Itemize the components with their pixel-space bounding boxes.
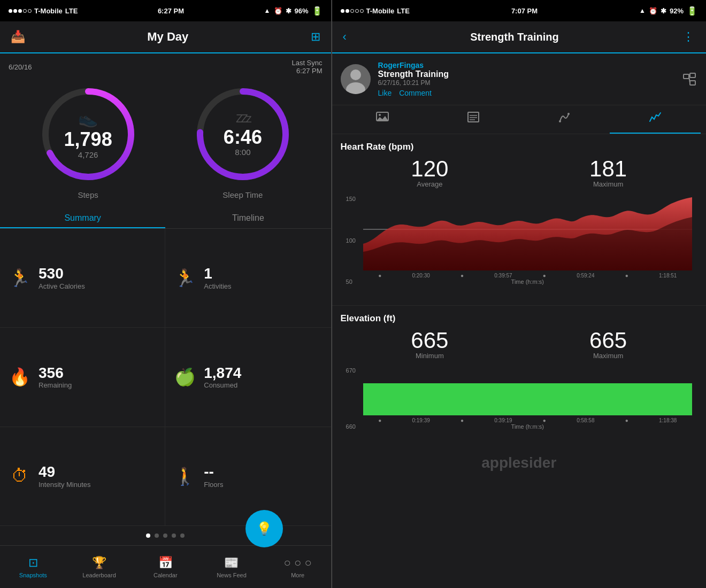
elevation-section: Elevation (ft) 665 Minimum 665 Maximum 6… <box>332 306 706 450</box>
cell-intensity[interactable]: ⏱ 49 Intensity Minutes <box>0 427 165 526</box>
svg-point-15 <box>559 120 561 122</box>
date-sync-bar: 6/20/16 Last Sync 6:27 PM <box>0 53 331 78</box>
nav-calendar[interactable]: 📅 Calendar <box>132 556 198 578</box>
back-icon[interactable]: ‹ <box>343 30 347 44</box>
steps-widget[interactable]: 👟 1,798 4,726 Steps <box>24 83 152 199</box>
activity-username: RogerFingas <box>378 61 449 69</box>
grid-icon[interactable]: ⊞ <box>311 30 320 44</box>
sleep-bg-icon: ZZz <box>236 112 250 126</box>
nav-newsfeed-label: News Feed <box>217 572 247 578</box>
svg-rect-4 <box>690 73 695 78</box>
detail-tab-chart[interactable] <box>610 105 701 134</box>
elev-y-660: 660 <box>346 423 356 430</box>
like-button[interactable]: Like <box>378 89 392 97</box>
cell-floors[interactable]: 🚶 -- Floors <box>165 427 331 526</box>
right-location-icon: ▲ <box>639 7 646 14</box>
activity-name: Strength Training <box>378 69 449 79</box>
activity-header: RogerFingas Strength Training 6/27/16, 1… <box>332 53 706 105</box>
dots-section: 💡 <box>0 526 331 545</box>
inbox-icon[interactable]: 📥 <box>11 30 25 44</box>
detail-tabs <box>332 105 706 134</box>
floors-value: -- <box>204 464 223 481</box>
activity-date: 6/27/16, 10:21 PM <box>378 79 449 87</box>
hr-maximum: 181 Maximum <box>589 158 627 188</box>
elev-min-value: 665 <box>411 329 448 352</box>
detail-tab-photo[interactable] <box>337 105 428 134</box>
right-page-title: Strength Training <box>470 31 559 43</box>
elev-minimum: 665 Minimum <box>411 329 448 360</box>
nav-more[interactable]: ○ ○ ○ More <box>265 556 331 578</box>
right-status-icons: ▲ ⏰ ✱ 96% 🔋 <box>264 6 323 16</box>
activities-text: 1 Activities <box>204 266 231 290</box>
cell-active-calories[interactable]: 🏃 530 Active Calories <box>0 229 165 328</box>
right-panel: T-Mobile LTE 7:07 PM ▲ ⏰ ✱ 92% 🔋 ‹ Stren… <box>332 0 706 588</box>
dot-4 <box>172 533 176 538</box>
activity-actions: Like Comment <box>378 89 449 97</box>
detail-tab-list[interactable] <box>428 105 519 134</box>
elev-x-3-label: 0:58:58 <box>577 417 594 423</box>
intensity-text: 49 Intensity Minutes <box>39 464 91 489</box>
intensity-value: 49 <box>39 464 91 481</box>
comment-button[interactable]: Comment <box>399 89 432 97</box>
list-tab-icon <box>467 112 479 122</box>
hr-maximum-label: Maximum <box>589 180 627 188</box>
cell-consumed[interactable]: 🍏 1,874 Consumed <box>165 328 331 427</box>
nav-calendar-label: Calendar <box>154 572 178 578</box>
circles-section: 👟 1,798 4,726 Steps ZZz 6:46 8:00 <box>0 78 331 199</box>
photo-tab-icon <box>376 112 389 122</box>
tab-summary[interactable]: Summary <box>0 208 165 228</box>
cell-remaining[interactable]: 🔥 356 Remaining <box>0 328 165 427</box>
nav-newsfeed[interactable]: 📰 News Feed <box>198 556 265 578</box>
nav-snapshots[interactable]: ⊡ Snapshots <box>0 556 66 578</box>
intensity-label: Intensity Minutes <box>39 481 91 489</box>
right-carrier: T-Mobile <box>366 7 395 15</box>
sleep-goal: 8:00 <box>235 148 250 157</box>
elev-min-label: Minimum <box>411 352 448 360</box>
elev-max-value: 665 <box>589 329 627 352</box>
carrier-info: T-Mobile LTE <box>9 7 78 15</box>
activities-label: Activities <box>204 282 231 290</box>
avatar-svg <box>341 64 371 94</box>
lightbulb-button[interactable]: 💡 <box>245 510 283 547</box>
steps-value: 1,798 <box>64 129 112 150</box>
elev-x-4: ● <box>625 417 628 423</box>
nav-leaderboard-label: Leaderboard <box>82 572 116 578</box>
activities-icon: 🏃 <box>174 268 196 288</box>
sleep-widget[interactable]: ZZz 6:46 8:00 Sleep Time <box>179 83 307 199</box>
hr-average-value: 120 <box>411 158 448 180</box>
signal-dots <box>9 9 32 13</box>
floors-text: -- Floors <box>204 464 223 489</box>
more-options-icon[interactable]: ⋮ <box>682 30 695 44</box>
svg-point-10 <box>379 114 381 116</box>
nav-more-label: More <box>291 572 304 578</box>
hr-x-2-label: 0:39:57 <box>494 273 512 278</box>
hr-x-1-label: 0:20:30 <box>412 273 429 278</box>
sync-info: Last Sync 6:27 PM <box>291 59 322 75</box>
hr-y-100: 100 <box>346 237 356 244</box>
hr-y-50: 50 <box>346 278 356 285</box>
activities-value: 1 <box>204 266 231 282</box>
steps-bg-icon: 👟 <box>78 109 98 128</box>
active-calories-value: 530 <box>39 266 85 282</box>
hr-x-2: ● <box>461 273 464 278</box>
hr-chart-area <box>363 196 692 270</box>
nav-leaderboard[interactable]: 🏆 Leaderboard <box>66 556 133 578</box>
remaining-icon: 🔥 <box>9 367 31 387</box>
elev-x-2-label: 0:39:19 <box>494 417 512 423</box>
elev-y-670: 670 <box>346 367 356 374</box>
right-alarm-icon: ⏰ <box>649 7 657 15</box>
consumed-value: 1,874 <box>204 365 241 382</box>
hr-x-labels: ● 0:20:30 ● 0:39:57 ● 0:59:24 ● 1:18:51 <box>363 273 692 278</box>
hr-time-axis-label: Time (h:m:s) <box>363 278 692 285</box>
user-avatar <box>341 64 371 94</box>
svg-rect-18 <box>363 383 692 415</box>
share-icon[interactable] <box>681 71 697 87</box>
detail-tab-route[interactable] <box>519 105 610 134</box>
hr-x-4-label: 1:18:51 <box>659 273 677 278</box>
watermark: applesider <box>332 450 706 476</box>
elev-chart-container: 670 660 ● 0:19:39 ● 0:39:19 ● 0:58:58 ● … <box>341 365 697 446</box>
tab-timeline[interactable]: Timeline <box>165 208 331 228</box>
sync-label: Last Sync <box>291 59 322 67</box>
hr-x-4: ● <box>625 273 628 278</box>
cell-activities[interactable]: 🏃 1 Activities <box>165 229 331 328</box>
